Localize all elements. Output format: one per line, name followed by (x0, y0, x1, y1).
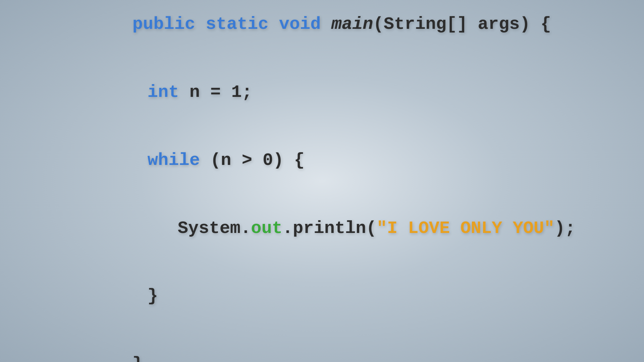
keyword-int: int (148, 82, 179, 102)
close-brace-2: } (132, 354, 143, 362)
keyword-public-static-void: public static void (132, 14, 331, 34)
keyword-while: while (148, 150, 200, 170)
var-n: n = 1; (179, 82, 252, 102)
while-condition: (n > 0) (200, 150, 294, 170)
code-block: public class love { public static void m… (0, 0, 576, 362)
close-brace-3: } (148, 286, 158, 306)
println-close: ); (554, 219, 575, 238)
code-line-7: } (60, 330, 576, 362)
open-brace-2: { (541, 14, 551, 34)
code-line-3: int n = 1; (60, 58, 576, 126)
code-line-2: public static void main(String[] args) { (60, 0, 576, 58)
println-text: .println( (282, 219, 377, 238)
main-params: (String[] args) (373, 14, 541, 34)
code-line-4: while (n > 0) { (60, 126, 576, 194)
string-literal: "I LOVE ONLY YOU" (377, 219, 555, 238)
out-text: out (251, 219, 282, 238)
method-main: main (331, 14, 373, 34)
open-brace-3: { (294, 150, 305, 170)
code-line-6: } (60, 262, 576, 330)
system-text: System. (178, 219, 251, 238)
code-line-5: System.out.println("I LOVE ONLY YOU"); (60, 194, 576, 262)
